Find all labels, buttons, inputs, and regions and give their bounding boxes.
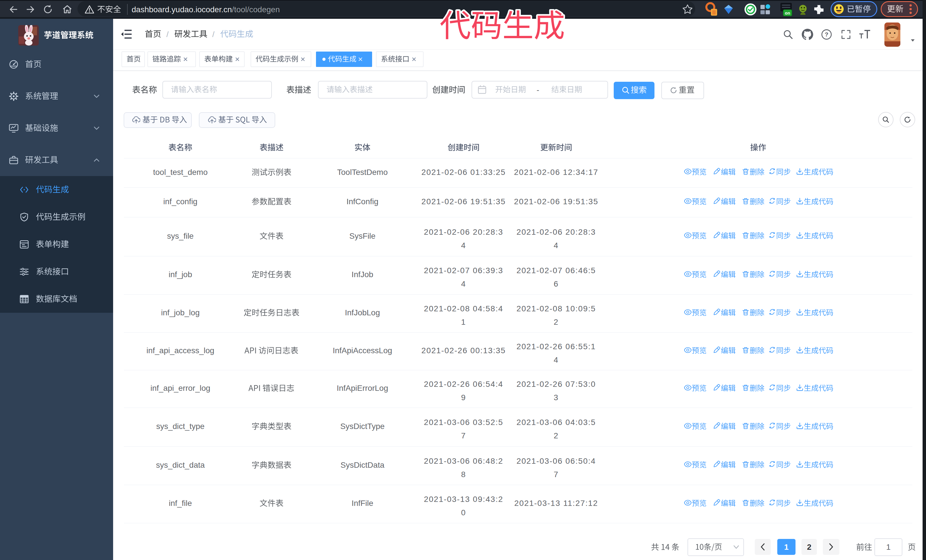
- svg-text:on: on: [785, 11, 790, 15]
- svg-text:?: ?: [825, 31, 829, 38]
